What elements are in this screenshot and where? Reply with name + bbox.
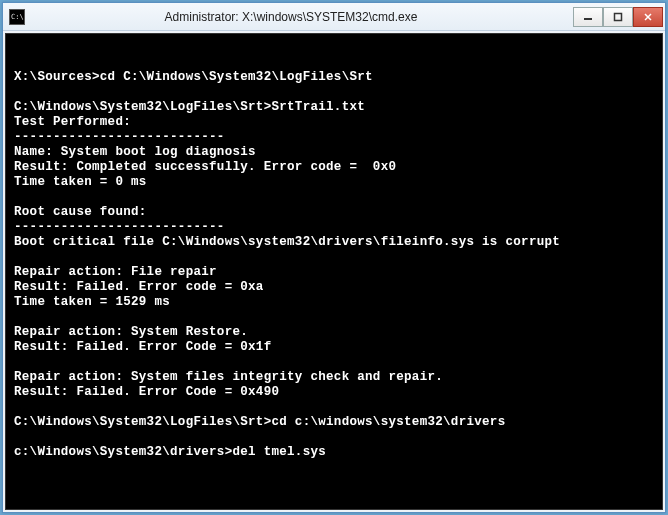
console-line: C:\Windows\System32\LogFiles\Srt>SrtTrai… xyxy=(14,100,654,115)
close-icon xyxy=(643,12,653,22)
console-line xyxy=(14,190,654,205)
titlebar[interactable]: C:\ Administrator: X:\windows\SYSTEM32\c… xyxy=(3,3,665,31)
minimize-icon xyxy=(583,12,593,22)
console-line: Repair action: File repair xyxy=(14,265,654,280)
console-line: C:\Windows\System32\LogFiles\Srt>cd c:\w… xyxy=(14,415,654,430)
cmd-window: C:\ Administrator: X:\windows\SYSTEM32\c… xyxy=(2,2,666,513)
window-controls xyxy=(573,7,663,27)
console-area[interactable]: X:\Sources>cd C:\Windows\System32\LogFil… xyxy=(5,33,663,510)
console-line: Time taken = 1529 ms xyxy=(14,295,654,310)
console-line xyxy=(14,400,654,415)
console-line xyxy=(14,355,654,370)
console-line: Result: Failed. Error Code = 0x490 xyxy=(14,385,654,400)
console-output: X:\Sources>cd C:\Windows\System32\LogFil… xyxy=(14,70,654,460)
console-line: Repair action: System files integrity ch… xyxy=(14,370,654,385)
console-line: Boot critical file C:\Windows\system32\d… xyxy=(14,235,654,250)
console-line: Result: Failed. Error Code = 0x1f xyxy=(14,340,654,355)
console-line: Time taken = 0 ms xyxy=(14,175,654,190)
console-line: Root cause found: xyxy=(14,205,654,220)
console-line xyxy=(14,250,654,265)
console-line: --------------------------- xyxy=(14,220,654,235)
maximize-button[interactable] xyxy=(603,7,633,27)
maximize-icon xyxy=(613,12,623,22)
console-line: Name: System boot log diagnosis xyxy=(14,145,654,160)
console-line: Result: Completed successfully. Error co… xyxy=(14,160,654,175)
console-line: Result: Failed. Error code = 0xa xyxy=(14,280,654,295)
console-line xyxy=(14,85,654,100)
svg-rect-1 xyxy=(615,13,622,20)
console-line xyxy=(14,430,654,445)
console-line: --------------------------- xyxy=(14,130,654,145)
window-title: Administrator: X:\windows\SYSTEM32\cmd.e… xyxy=(9,10,573,24)
console-line: Test Performed: xyxy=(14,115,654,130)
minimize-button[interactable] xyxy=(573,7,603,27)
console-line: X:\Sources>cd C:\Windows\System32\LogFil… xyxy=(14,70,654,85)
cmd-icon: C:\ xyxy=(9,9,25,25)
console-line: c:\Windows\System32\drivers>del tmel.sys xyxy=(14,445,654,460)
console-line: Repair action: System Restore. xyxy=(14,325,654,340)
close-button[interactable] xyxy=(633,7,663,27)
console-line xyxy=(14,310,654,325)
